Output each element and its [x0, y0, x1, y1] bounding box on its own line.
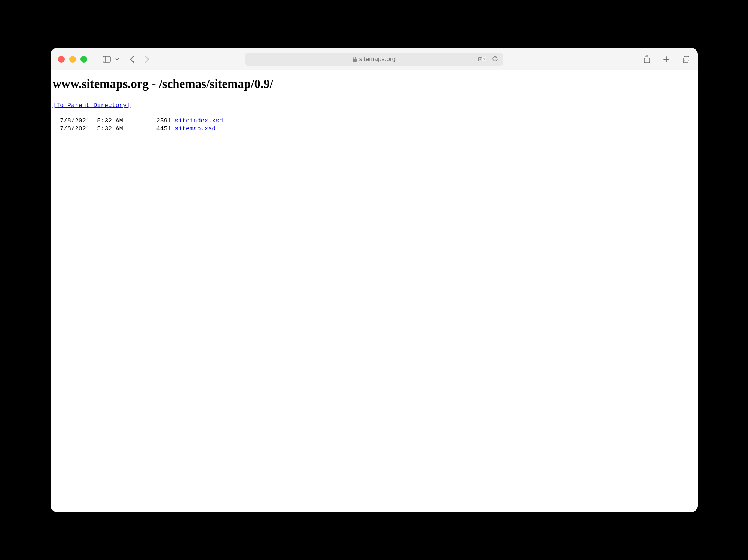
browser-toolbar: sitemaps.org A 文	[51, 48, 698, 70]
lock-icon	[352, 57, 357, 62]
new-tab-button[interactable]	[662, 55, 671, 64]
listing-size: 4451	[156, 125, 171, 132]
address-content: sitemaps.org	[352, 55, 396, 63]
sidebar-toggle-button[interactable]	[102, 55, 111, 64]
address-bar-right-icons: A 文	[478, 55, 500, 64]
svg-rect-2	[353, 59, 357, 62]
toolbar-right-icons	[642, 55, 690, 64]
share-button[interactable]	[642, 55, 651, 64]
address-bar[interactable]: sitemaps.org A 文	[245, 53, 503, 66]
window-controls	[58, 56, 87, 63]
svg-rect-0	[103, 56, 110, 62]
svg-text:A: A	[479, 58, 481, 60]
maximize-window-button[interactable]	[80, 56, 87, 63]
chevron-down-icon[interactable]	[113, 55, 122, 64]
page-title: www.sitemaps.org - /schemas/sitemap/0.9/	[53, 77, 696, 91]
listing-date: 7/8/2021	[60, 117, 89, 124]
reader-translate-icon[interactable]: A 文	[478, 55, 487, 64]
reload-button[interactable]	[491, 55, 500, 64]
listing-time: 5:32 AM	[97, 117, 123, 124]
browser-window: sitemaps.org A 文	[51, 48, 698, 512]
directory-listing: [To Parent Directory] 7/8/2021 5:32 AM 2…	[53, 102, 696, 133]
listing-date: 7/8/2021	[60, 125, 89, 132]
navigation-controls	[102, 55, 152, 64]
forward-button[interactable]	[143, 55, 152, 64]
parent-directory-link[interactable]: [To Parent Directory]	[53, 102, 131, 109]
listing-time: 5:32 AM	[97, 125, 123, 132]
minimize-window-button[interactable]	[69, 56, 76, 63]
divider	[53, 137, 696, 137]
back-button[interactable]	[128, 55, 137, 64]
file-link-sitemap[interactable]: sitemap.xsd	[175, 125, 216, 132]
tabs-overview-button[interactable]	[681, 55, 690, 64]
file-link-siteindex[interactable]: siteindex.xsd	[175, 117, 223, 124]
divider	[53, 98, 696, 98]
svg-rect-11	[684, 56, 689, 61]
svg-text:文: 文	[483, 57, 486, 60]
address-domain: sitemaps.org	[359, 55, 396, 63]
listing-size: 2591	[156, 117, 171, 124]
close-window-button[interactable]	[58, 56, 65, 63]
page-content: www.sitemaps.org - /schemas/sitemap/0.9/…	[51, 70, 698, 512]
listing-row: 7/8/2021 5:32 AM 2591 siteindex.xsd	[53, 117, 223, 124]
listing-row: 7/8/2021 5:32 AM 4451 sitemap.xsd	[53, 125, 216, 132]
